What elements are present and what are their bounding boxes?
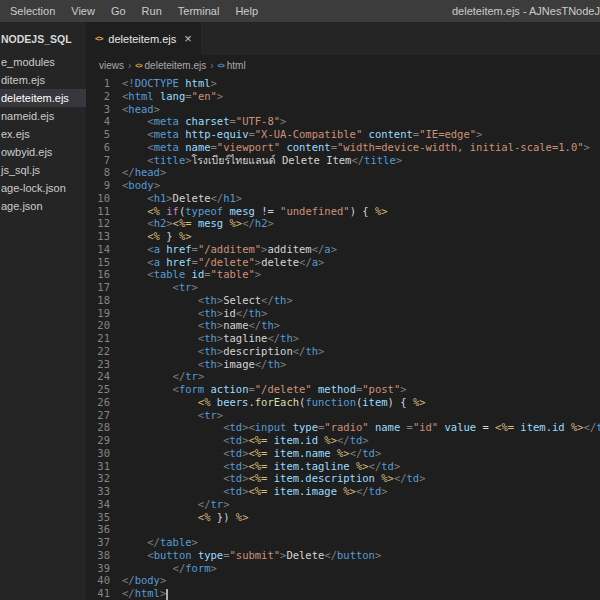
- line-content: <!DOCTYPE html>: [110, 77, 217, 90]
- line-number: 8: [86, 166, 110, 179]
- line-content: <body>: [110, 179, 160, 192]
- code-line[interactable]: 6 <meta name="viewport" content="width=d…: [86, 141, 600, 154]
- code-line[interactable]: 31 <td><%= item.tagline %></td>: [86, 460, 600, 473]
- code-line[interactable]: 10 <h1>Delete</h1>: [86, 192, 600, 205]
- code-line[interactable]: 14 <a href="/additem">additem</a>: [86, 243, 600, 256]
- code-line[interactable]: 33 <td><%= item.image %></td>: [86, 485, 600, 498]
- line-content: <tr>: [110, 281, 198, 294]
- line-content: <h1>Delete</h1>: [110, 192, 242, 205]
- code-line[interactable]: 29 <td><%= item.id %></td>: [86, 434, 600, 447]
- line-number: 25: [86, 383, 110, 396]
- sidebar-item-nameid-ejs[interactable]: nameid.ejs: [0, 107, 86, 125]
- code-line[interactable]: 3<head>: [86, 103, 600, 116]
- line-content: <meta name="viewport" content="width=dev…: [110, 141, 590, 154]
- line-content: </table>: [110, 536, 198, 549]
- editor-group: <> deleteitem.ejs × views›<>deleteitem.e…: [86, 22, 600, 600]
- code-line[interactable]: 37 </table>: [86, 536, 600, 549]
- code-line[interactable]: 38 <button type="submit">Delete</button>: [86, 549, 600, 562]
- line-content: <th>Select</th>: [110, 294, 293, 307]
- code-line[interactable]: 13 <% } %>: [86, 230, 600, 243]
- code-line[interactable]: 30 <td><%= item.name %></td>: [86, 447, 600, 460]
- line-content: <th>id</th>: [110, 307, 267, 320]
- code-line[interactable]: 17 <tr>: [86, 281, 600, 294]
- sidebar-item-age-lock-json[interactable]: age-lock.json: [0, 179, 86, 197]
- code-line[interactable]: 32 <td><%= item.description %></td>: [86, 472, 600, 485]
- sidebar-item-ditem-ejs[interactable]: ditem.ejs: [0, 71, 86, 89]
- line-number: 35: [86, 511, 110, 524]
- sidebar-item-e-modules[interactable]: e_modules: [0, 53, 86, 71]
- line-number: 34: [86, 498, 110, 511]
- line-number: 19: [86, 307, 110, 320]
- code-line[interactable]: 15 <a href="/delete">delete</a>: [86, 256, 600, 269]
- code-line[interactable]: 18 <th>Select</th>: [86, 294, 600, 307]
- code-line[interactable]: 36: [86, 523, 600, 536]
- menu-item-run[interactable]: Run: [134, 0, 170, 22]
- menu-item-terminal[interactable]: Terminal: [170, 0, 228, 22]
- code-line[interactable]: 34 </tr>: [86, 498, 600, 511]
- code-line[interactable]: 20 <th>name</th>: [86, 319, 600, 332]
- line-number: 18: [86, 294, 110, 307]
- breadcrumb-item-views[interactable]: views: [99, 60, 124, 71]
- code-line[interactable]: 22 <th>description</th>: [86, 345, 600, 358]
- menu-item-selection[interactable]: Selection: [2, 0, 63, 22]
- sidebar-item-owbyid-ejs[interactable]: owbyid.ejs: [0, 143, 86, 161]
- tab-deleteitem-ejs[interactable]: <> deleteitem.ejs ×: [86, 22, 201, 55]
- code-editor[interactable]: 1<!DOCTYPE html>2<html lang="en">3<head>…: [86, 75, 600, 600]
- code-line[interactable]: 4 <meta charset="UTF-8">: [86, 115, 600, 128]
- code-line[interactable]: 35 <% }) %>: [86, 511, 600, 524]
- line-number: 15: [86, 256, 110, 269]
- line-content: <th>description</th>: [110, 345, 324, 358]
- explorer-root-folder[interactable]: NODEJS_SQL: [0, 22, 86, 53]
- code-line[interactable]: 12 <h2><%= mesg %></h2>: [86, 217, 600, 230]
- menu-item-view[interactable]: View: [63, 0, 103, 22]
- line-number: 12: [86, 217, 110, 230]
- line-content: <td><%= item.name %></td>: [110, 447, 381, 460]
- code-line[interactable]: 2<html lang="en">: [86, 90, 600, 103]
- code-line[interactable]: 23 <th>image</th>: [86, 358, 600, 371]
- ejs-symbol-icon: <>: [135, 62, 141, 69]
- line-number: 28: [86, 421, 110, 434]
- breadcrumb-item-deleteitem-ejs[interactable]: deleteitem.ejs: [145, 60, 207, 71]
- line-number: 33: [86, 485, 110, 498]
- line-number: 30: [86, 447, 110, 460]
- code-line[interactable]: 1<!DOCTYPE html>: [86, 77, 600, 90]
- code-line[interactable]: 19 <th>id</th>: [86, 307, 600, 320]
- line-content: <td><%= item.id %></td>: [110, 434, 369, 447]
- code-line[interactable]: 27 <tr>: [86, 409, 600, 422]
- code-line[interactable]: 11 <% if(typeof mesg != "undefined") { %…: [86, 205, 600, 218]
- line-number: 11: [86, 205, 110, 218]
- line-content: <td><%= item.image %></td>: [110, 485, 388, 498]
- line-content: </head>: [110, 166, 166, 179]
- tab-close-icon[interactable]: ×: [182, 32, 192, 45]
- line-number: 5: [86, 128, 110, 141]
- breadcrumb-item-html[interactable]: html: [227, 60, 246, 71]
- line-content: <th>name</th>: [110, 319, 280, 332]
- line-number: 16: [86, 268, 110, 281]
- line-number: 1: [86, 77, 110, 90]
- code-line[interactable]: 21 <th>tagline</th>: [86, 332, 600, 345]
- code-line[interactable]: 39 </form>: [86, 562, 600, 575]
- sidebar-item-age-json[interactable]: age.json: [0, 197, 86, 215]
- breadcrumb-separator: ›: [127, 60, 132, 71]
- code-line[interactable]: 8</head>: [86, 166, 600, 179]
- code-line[interactable]: 5 <meta http-equiv="X-UA-Compatible" con…: [86, 128, 600, 141]
- menu-item-help[interactable]: Help: [227, 0, 266, 22]
- code-line[interactable]: 26 <% beers.forEach(function(item) { %>: [86, 396, 600, 409]
- code-line[interactable]: 28 <td><input type="radio" name ="id" va…: [86, 421, 600, 434]
- line-content: <button type="submit">Delete</button>: [110, 549, 381, 562]
- line-content: <h2><%= mesg %></h2>: [110, 217, 274, 230]
- menu-item-go[interactable]: Go: [103, 0, 134, 22]
- sidebar-item-js-sql-js[interactable]: js_sql.js: [0, 161, 86, 179]
- sidebar-item-deleteitem-ejs[interactable]: deleteitem.ejs: [0, 89, 86, 107]
- code-line[interactable]: 41</html>: [86, 587, 600, 600]
- sidebar-item-ex-ejs[interactable]: ex.ejs: [0, 125, 86, 143]
- code-line[interactable]: 40</body>: [86, 574, 600, 587]
- code-line[interactable]: 25 <form action="/delete" method="post">: [86, 383, 600, 396]
- workbench: NODEJS_SQL e_modulesditem.ejsdeleteitem.…: [0, 22, 600, 600]
- code-line[interactable]: 16 <table id="table">: [86, 268, 600, 281]
- line-number: 21: [86, 332, 110, 345]
- code-line[interactable]: 7 <title>โรงเบียร์ไทยแลนด์ Delete Item</…: [86, 154, 600, 167]
- line-content: <% }) %>: [110, 511, 248, 524]
- code-line[interactable]: 9<body>: [86, 179, 600, 192]
- code-line[interactable]: 24 </tr>: [86, 370, 600, 383]
